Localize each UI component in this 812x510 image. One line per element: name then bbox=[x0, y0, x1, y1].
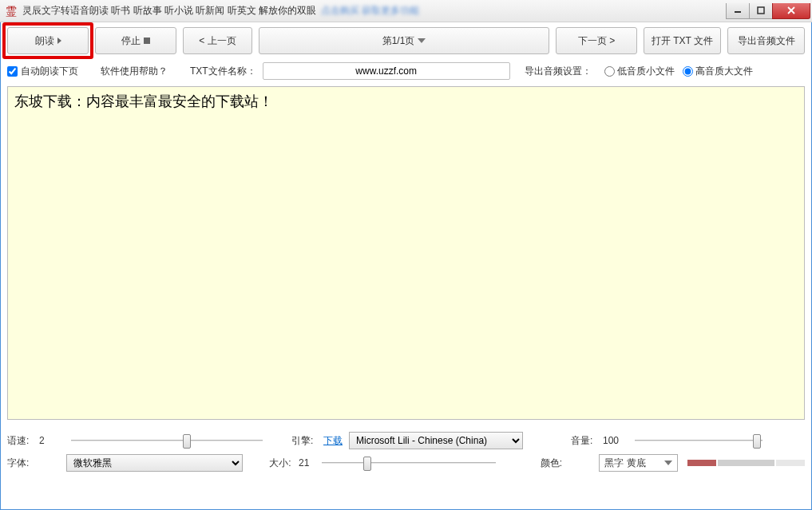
minimize-button[interactable] bbox=[726, 3, 750, 19]
auto-read-checkbox[interactable] bbox=[7, 66, 18, 77]
stop-icon bbox=[144, 38, 150, 44]
color-preview-stripes bbox=[687, 456, 805, 470]
read-button[interactable]: 朗读 bbox=[7, 27, 89, 54]
auto-read-label: 自动朗读下页 bbox=[21, 65, 78, 78]
export-settings-label: 导出音频设置： bbox=[525, 65, 592, 78]
footer: 语速: 2 引擎: 下载 Microsoft Lili - Chinese (C… bbox=[7, 429, 805, 474]
stop-button[interactable]: 停止 bbox=[95, 27, 176, 54]
export-audio-button[interactable]: 导出音频文件 bbox=[727, 27, 805, 54]
size-value: 21 bbox=[299, 457, 322, 468]
blurred-text: 点击购买 获取更多功能 bbox=[321, 4, 419, 18]
close-button[interactable] bbox=[772, 3, 810, 19]
open-txt-button[interactable]: 打开 TXT 文件 bbox=[644, 27, 721, 54]
window-title: 灵辰文字转语音朗读 听书 听故事 听小说 听新闻 听英文 解放你的双眼 bbox=[22, 4, 316, 18]
volume-label: 音量: bbox=[571, 434, 603, 448]
color-label: 颜色: bbox=[541, 457, 570, 470]
size-label: 大小: bbox=[269, 457, 299, 470]
help-link[interactable]: 软件使用帮助？ bbox=[101, 65, 168, 78]
volume-slider[interactable] bbox=[635, 431, 762, 450]
download-link[interactable]: 下载 bbox=[323, 434, 349, 448]
volume-value: 100 bbox=[603, 435, 635, 446]
app-icon: 霊 bbox=[5, 5, 18, 18]
font-label: 字体: bbox=[7, 457, 37, 470]
page-indicator-button[interactable]: 第1/1页 bbox=[259, 27, 549, 54]
play-icon bbox=[57, 38, 61, 44]
size-slider[interactable] bbox=[322, 453, 496, 472]
txt-name-input[interactable] bbox=[263, 62, 510, 80]
font-select[interactable]: 微软雅黑 bbox=[66, 454, 244, 472]
low-quality-radio[interactable]: 低音质小文件 bbox=[604, 65, 675, 78]
options-row: 自动朗读下页 软件使用帮助？ TXT文件名称： 导出音频设置： 低音质小文件 高… bbox=[7, 62, 805, 80]
highlight-annotation: 朗读 bbox=[7, 27, 89, 54]
engine-label: 引擎: bbox=[291, 434, 323, 448]
prev-page-button[interactable]: < 上一页 bbox=[183, 27, 252, 54]
next-page-button[interactable]: 下一页 > bbox=[556, 27, 637, 54]
titlebar: 霊 灵辰文字转语音朗读 听书 听故事 听小说 听新闻 听英文 解放你的双眼 点击… bbox=[0, 0, 812, 22]
toolbar: 朗读 停止 < 上一页 第1/1页 下一页 > 打开 TXT 文件 导出音频文件 bbox=[7, 27, 805, 54]
dropdown-icon bbox=[664, 461, 672, 465]
high-quality-radio[interactable]: 高音质大文件 bbox=[683, 65, 753, 78]
speed-slider[interactable] bbox=[71, 431, 263, 450]
color-select[interactable]: 黑字 黄底 bbox=[599, 454, 678, 472]
content-textarea[interactable]: 东坡下载：内容最丰富最安全的下载站！ bbox=[7, 86, 805, 420]
speed-label: 语速: bbox=[7, 434, 39, 448]
svg-rect-1 bbox=[758, 7, 764, 14]
maximize-button[interactable] bbox=[749, 3, 773, 19]
speed-value: 2 bbox=[39, 435, 71, 446]
engine-select[interactable]: Microsoft Lili - Chinese (China) bbox=[349, 432, 523, 449]
txt-name-label: TXT文件名称： bbox=[190, 65, 256, 78]
dropdown-icon bbox=[418, 38, 426, 43]
